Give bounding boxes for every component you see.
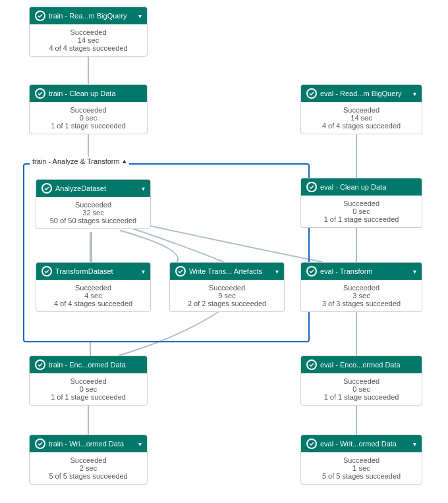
analyze-dataset-body: Succeeded 32 sec 50 of 50 stages succeed… [36,197,150,228]
train-analyze-transform-group: train - Analyze & Transform ▴ AnalyzeDat… [23,163,310,342]
train-cleanup-node[interactable]: train - Clean up Data Succeeded 0 sec 1 … [29,84,148,134]
eval-read-bigquery-stages: 4 of 4 stages succeeded [306,122,416,130]
transform-dataset-time: 4 sec [42,292,145,300]
train-encoded-status: Succeeded [35,377,142,385]
train-encoded-stages: 1 of 1 stage succeeded [35,393,142,401]
chevron-down-icon: ▾ [413,90,416,97]
train-read-bigquery-status: Succeeded [35,28,142,36]
eval-cleanup-time: 0 sec [306,207,416,215]
train-read-bigquery-time: 14 sec [35,36,142,44]
train-cleanup-stages: 1 of 1 stage succeeded [35,122,142,130]
train-encoded-node[interactable]: train - Enc...ormed Data Succeeded 0 sec… [29,356,148,406]
eval-cleanup-header: eval - Clean up Data [301,178,422,196]
train-cleanup-body: Succeeded 0 sec 1 of 1 stage succeeded [30,102,147,134]
train-encoded-title: train - Enc...ormed Data [49,361,142,369]
success-icon [42,266,52,277]
write-transform-artefacts-node[interactable]: Write Trans... Artefacts ▾ Succeeded 9 s… [169,262,285,312]
train-written-time: 2 sec [35,464,142,472]
train-written-stages: 5 of 5 stages succeeded [35,472,142,480]
eval-encoded-body: Succeeded 0 sec 1 of 1 stage succeeded [301,373,422,405]
success-icon [306,266,317,277]
write-transform-artefacts-title: Write Trans... Artefacts [189,267,272,275]
eval-encoded-stages: 1 of 1 stage succeeded [306,393,416,401]
eval-transform-title: eval - Transform [320,267,410,275]
analyze-dataset-stages: 50 of 50 stages succeeded [42,217,145,225]
eval-transform-status: Succeeded [306,284,416,292]
eval-transform-node[interactable]: eval - Transform ▾ Succeeded 3 sec 3 of … [300,262,422,312]
eval-transform-header: eval - Transform ▾ [301,263,422,280]
eval-cleanup-title: eval - Clean up Data [320,183,416,191]
analyze-dataset-header: AnalyzeDataset ▾ [36,180,150,197]
train-written-header: train - Wri...ormed Data ▾ [30,435,147,452]
eval-cleanup-stages: 1 of 1 stage succeeded [306,215,416,223]
write-transform-artefacts-body: Succeeded 9 sec 2 of 2 stages succeeded [170,280,284,311]
train-written-title: train - Wri...ormed Data [49,440,135,448]
success-icon [175,266,186,277]
eval-written-time: 1 sec [306,464,416,472]
train-read-bigquery-body: Succeeded 14 sec 4 of 4 stages succeeded [30,24,147,56]
chevron-down-icon: ▾ [142,185,145,192]
eval-cleanup-body: Succeeded 0 sec 1 of 1 stage succeeded [301,196,422,227]
train-cleanup-header: train - Clean up Data [30,85,147,102]
eval-read-bigquery-title: eval - Read...m BigQuery [320,90,410,97]
transform-dataset-title: TransformDataset [55,267,138,275]
chevron-down-icon: ▾ [142,268,145,275]
eval-encoded-time: 0 sec [306,385,416,393]
eval-transform-body: Succeeded 3 sec 3 of 3 stages succeeded [301,280,422,311]
success-icon [306,88,317,99]
chevron-down-icon: ▾ [413,268,416,275]
eval-transform-stages: 3 of 3 stages succeeded [306,300,416,307]
eval-read-bigquery-node[interactable]: eval - Read...m BigQuery ▾ Succeeded 14 … [300,84,422,134]
train-encoded-body: Succeeded 0 sec 1 of 1 stage succeeded [30,373,147,405]
success-icon [35,11,45,21]
write-transform-artefacts-status: Succeeded [175,284,279,292]
eval-cleanup-node[interactable]: eval - Clean up Data Succeeded 0 sec 1 o… [300,178,422,228]
train-read-bigquery-stages: 4 of 4 stages succeeded [35,44,142,52]
group-label: train - Analyze & Transform ▴ [30,157,129,165]
train-cleanup-status: Succeeded [35,106,142,114]
eval-written-stages: 5 of 5 stages succeeded [306,472,416,480]
success-icon [306,438,317,449]
eval-read-bigquery-body: Succeeded 14 sec 4 of 4 stages succeeded [301,102,422,134]
eval-encoded-header: eval - Enco...ormed Data [301,356,422,373]
eval-read-bigquery-time: 14 sec [306,114,416,122]
analyze-dataset-title: AnalyzeDataset [55,184,138,192]
eval-cleanup-status: Succeeded [306,199,416,207]
transform-dataset-body: Succeeded 4 sec 4 of 4 stages succeeded [36,280,150,311]
train-written-node[interactable]: train - Wri...ormed Data ▾ Succeeded 2 s… [29,435,148,485]
transform-dataset-node[interactable]: TransformDataset ▾ Succeeded 4 sec 4 of … [36,262,151,312]
success-icon [306,359,317,370]
eval-written-status: Succeeded [306,456,416,464]
train-encoded-header: train - Enc...ormed Data [30,356,147,373]
eval-read-bigquery-header: eval - Read...m BigQuery ▾ [301,85,422,102]
write-transform-artefacts-stages: 2 of 2 stages succeeded [175,300,279,307]
analyze-dataset-status: Succeeded [42,201,145,209]
train-encoded-time: 0 sec [35,385,142,393]
analyze-dataset-node[interactable]: AnalyzeDataset ▾ Succeeded 32 sec 50 of … [36,179,151,229]
success-icon [42,183,52,194]
train-read-bigquery-title: train - Rea...m BigQuery [49,12,135,20]
eval-transform-time: 3 sec [306,292,416,300]
train-read-bigquery-node[interactable]: train - Rea...m BigQuery ▾ Succeeded 14 … [29,7,148,57]
eval-written-header: eval - Writ...ormed Data ▾ [301,435,422,452]
pipeline-canvas: train - Rea...m BigQuery ▾ Succeeded 14 … [0,0,448,503]
success-icon [35,88,45,99]
eval-written-title: eval - Writ...ormed Data [320,440,410,448]
transform-dataset-header: TransformDataset ▾ [36,263,150,280]
train-cleanup-title: train - Clean up Data [49,90,142,97]
eval-encoded-status: Succeeded [306,377,416,385]
train-written-body: Succeeded 2 sec 5 of 5 stages succeeded [30,452,147,484]
success-icon [35,438,45,449]
transform-dataset-stages: 4 of 4 stages succeeded [42,300,145,307]
success-icon [306,182,317,192]
chevron-down-icon: ▾ [275,268,279,275]
chevron-up-icon: ▴ [123,157,126,165]
chevron-down-icon: ▾ [138,13,142,20]
chevron-down-icon: ▾ [138,440,142,448]
train-read-bigquery-header: train - Rea...m BigQuery ▾ [30,7,147,24]
write-transform-artefacts-header: Write Trans... Artefacts ▾ [170,263,284,280]
eval-encoded-node[interactable]: eval - Enco...ormed Data Succeeded 0 sec… [300,356,422,406]
eval-encoded-title: eval - Enco...ormed Data [320,361,416,369]
analyze-dataset-time: 32 sec [42,209,145,217]
eval-written-node[interactable]: eval - Writ...ormed Data ▾ Succeeded 1 s… [300,435,422,485]
